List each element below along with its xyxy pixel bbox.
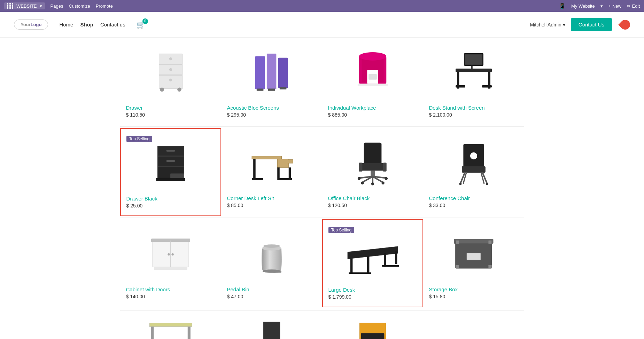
- product-name-deskstand: Desk Stand with Screen: [429, 105, 518, 111]
- chevron-down-icon: ▾: [563, 22, 565, 27]
- svg-rect-11: [278, 58, 288, 88]
- edit-button[interactable]: ✏ Edit: [627, 3, 640, 9]
- product-screens[interactable]: Acoustic Bloc Screens $ 295.00: [221, 38, 322, 125]
- product-drawer-black[interactable]: Top Selling Drawer Black: [120, 128, 221, 216]
- svg-rect-46: [371, 171, 375, 176]
- product-image-officechair: [328, 135, 417, 191]
- product-workplace[interactable]: Individual Workplace $ 885.00: [322, 38, 423, 125]
- main-content: Drawer $ 110.50 Acoustic Bloc Screens $ …: [113, 38, 531, 339]
- bottom-row: [120, 310, 524, 339]
- svg-point-52: [361, 181, 364, 184]
- product-storagebox[interactable]: Storage Box $ 15.80: [423, 219, 524, 307]
- product-cornerdesk[interactable]: Corner Desk Left Sit $ 85.00: [221, 128, 322, 216]
- admin-bar: WEBSITE ▾ Pages Customize Promote 📱 My W…: [0, 0, 644, 12]
- my-website-link[interactable]: My Website: [571, 3, 595, 9]
- svg-rect-86: [488, 241, 492, 244]
- svg-rect-80: [395, 251, 397, 264]
- svg-rect-79: [384, 253, 386, 267]
- product-image-cornerdesk: [227, 135, 316, 191]
- product-price-cabinet: $ 140.00: [126, 294, 215, 299]
- bottom-card-2[interactable]: [221, 311, 322, 339]
- svg-point-6: [169, 79, 172, 81]
- svg-point-4: [169, 57, 172, 60]
- mobile-icon[interactable]: 📱: [559, 3, 566, 9]
- cart-badge: 0: [142, 18, 148, 24]
- product-cabinet[interactable]: Cabinet with Doors $ 140.00: [120, 219, 221, 307]
- product-price-screens: $ 295.00: [227, 112, 316, 118]
- top-selling-badge-2: Top Selling: [328, 227, 355, 233]
- product-name-officechair: Office Chair Black: [328, 195, 417, 201]
- product-image-screens: [227, 45, 316, 101]
- logo[interactable]: YourLogo: [14, 19, 48, 30]
- svg-rect-36: [156, 178, 185, 181]
- nav-shop[interactable]: Shop: [80, 22, 93, 27]
- svg-point-5: [169, 68, 172, 71]
- contact-us-button[interactable]: Contact Us: [571, 18, 612, 31]
- svg-rect-20: [357, 84, 387, 86]
- site-header: YourLogo Home Shop Contact us 🛒 0 Mitche…: [0, 12, 644, 38]
- svg-rect-9: [255, 56, 265, 89]
- svg-rect-95: [263, 322, 280, 339]
- product-conferencechair[interactable]: Conference Chair $ 33.00: [423, 128, 524, 216]
- product-row-1: Drawer $ 110.50 Acoustic Bloc Screens $ …: [120, 38, 524, 310]
- svg-rect-28: [465, 54, 482, 65]
- admin-bar-right: 📱 My Website ▾ + New ✏ Edit: [559, 3, 640, 9]
- new-button[interactable]: + New: [608, 3, 621, 9]
- admin-bar-left: WEBSITE ▾ Pages Customize Promote: [4, 2, 113, 9]
- separator-3: [120, 309, 524, 309]
- svg-rect-21: [456, 69, 492, 72]
- svg-point-76: [262, 269, 281, 273]
- svg-rect-45: [383, 163, 386, 171]
- customize-link[interactable]: Customize: [69, 3, 90, 9]
- svg-rect-92: [149, 323, 192, 327]
- svg-rect-34: [166, 160, 175, 162]
- svg-rect-10: [266, 54, 276, 89]
- svg-point-8: [177, 88, 181, 92]
- bottom-card-1[interactable]: [120, 311, 221, 339]
- product-pedalbin[interactable]: Pedal Bin $ 47.00: [221, 219, 322, 307]
- svg-rect-3: [159, 76, 182, 89]
- svg-rect-82: [382, 265, 399, 267]
- product-name-cabinet: Cabinet with Doors: [126, 286, 215, 292]
- pages-link[interactable]: Pages: [51, 3, 63, 9]
- promote-link[interactable]: Promote: [96, 3, 113, 9]
- svg-rect-89: [467, 253, 481, 260]
- product-price-drawer: $ 110.50: [126, 112, 215, 118]
- nav-home[interactable]: Home: [59, 22, 73, 27]
- product-image-cabinet: [126, 227, 215, 282]
- svg-rect-94: [187, 326, 190, 339]
- svg-point-65: [486, 183, 488, 185]
- separator-1: [120, 126, 524, 127]
- svg-point-58: [470, 152, 477, 159]
- product-name-screens: Acoustic Bloc Screens: [227, 105, 316, 111]
- svg-rect-77: [350, 258, 352, 274]
- product-deskstand[interactable]: Desk Stand with Screen $ 2,100.00: [423, 38, 524, 125]
- product-name-storagebox: Storage Box: [429, 286, 518, 292]
- svg-rect-13: [268, 89, 275, 91]
- svg-rect-43: [361, 163, 385, 171]
- product-image-drawer-black: [126, 136, 215, 191]
- product-image-storagebox: [429, 227, 518, 282]
- nav-contact-us[interactable]: Contact us: [100, 22, 125, 27]
- svg-point-64: [459, 183, 461, 185]
- product-price-cornerdesk: $ 85.00: [227, 203, 316, 208]
- admin-user-menu[interactable]: Mitchell Admin ▾: [530, 22, 565, 27]
- product-name-conferencechair: Conference Chair: [429, 195, 518, 201]
- svg-rect-88: [488, 265, 492, 268]
- svg-rect-42: [364, 143, 381, 165]
- svg-rect-87: [456, 265, 459, 268]
- svg-point-19: [359, 52, 386, 61]
- website-menu[interactable]: WEBSITE ▾: [4, 2, 45, 9]
- product-largedesk[interactable]: Top Selling Large Desk $ 1,799.00: [322, 219, 423, 307]
- product-drawer[interactable]: Drawer $ 110.50: [120, 38, 221, 125]
- svg-rect-97: [361, 333, 384, 339]
- svg-point-69: [168, 253, 170, 255]
- cart-icon[interactable]: 🛒 0: [137, 21, 145, 29]
- header-left: YourLogo Home Shop Contact us 🛒 0: [14, 19, 145, 30]
- svg-rect-85: [456, 241, 459, 244]
- svg-rect-41: [278, 178, 292, 180]
- svg-rect-84: [454, 239, 493, 244]
- product-price-largedesk: $ 1,799.00: [328, 294, 417, 300]
- product-officechair[interactable]: Office Chair Black $ 120.50: [322, 128, 423, 216]
- bottom-card-3[interactable]: [322, 311, 423, 339]
